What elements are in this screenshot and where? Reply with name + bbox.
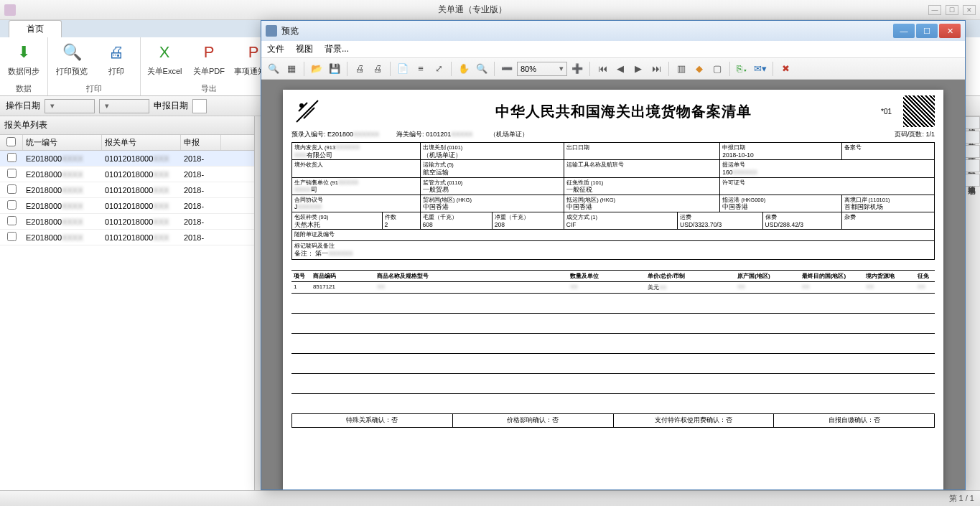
table-row[interactable]: E2018000XXXX 01012018000XXX 2018- — [0, 198, 254, 214]
op-date-from[interactable] — [45, 99, 95, 113]
ribbon-group-label: 导出 — [201, 82, 217, 95]
row-checkbox[interactable] — [7, 216, 17, 225]
search-icon[interactable]: 🔍 — [266, 61, 281, 77]
preview-titlebar: 预览 — ☐ ✕ — [261, 21, 965, 41]
email-icon[interactable]: ✉▾ — [752, 61, 768, 77]
confirm-price: 价格影响确认：否 — [453, 414, 614, 427]
app-maximize-button[interactable]: ☐ — [946, 5, 958, 15]
preview-title: 预览 — [281, 25, 892, 37]
side-tab[interactable]: 集装箱信息 — [963, 131, 980, 144]
item-col-header: 项号 — [291, 271, 311, 281]
scale-icon[interactable]: ⤢ — [431, 61, 447, 77]
table-row[interactable]: E2018000XXXX 01012018000XXX 2018- — [0, 230, 254, 245]
select-all-checkbox[interactable] — [6, 137, 16, 146]
preview-canvas[interactable]: 中华人民共和国海关出境货物备案清单 *01 预录入编号: E201800XXXX… — [261, 80, 965, 489]
table-row[interactable]: E2018000XXXX 01012018000XXX 2018- — [0, 151, 254, 167]
data-sync[interactable]: ⬇数据同步 — [4, 40, 43, 82]
side-tab[interactable]: 报关状态 — [963, 116, 980, 129]
close-preview-icon[interactable]: ✖ — [778, 61, 793, 77]
side-tabs: 报关状态集装箱信息原产地确证随附单据事项通知书 — [963, 116, 980, 187]
color-icon[interactable]: ◆ — [691, 61, 707, 77]
zoom-combo[interactable]: 80% — [517, 62, 567, 76]
declare-date-label: 申报日期 — [154, 100, 188, 112]
side-tab[interactable]: 原产地确证 — [963, 145, 980, 158]
side-tab[interactable]: 事项通知书 — [963, 174, 980, 187]
row-checkbox[interactable] — [7, 184, 17, 194]
op-date-label: 操作日期 — [6, 100, 40, 112]
export-excel[interactable]: X关单Excel — [145, 40, 184, 82]
preview-minimize-button[interactable]: — — [893, 24, 915, 38]
print-icon[interactable]: 🖨 — [352, 61, 368, 77]
item-col-header: 境内货源地 — [864, 271, 915, 281]
declare-date-input[interactable] — [192, 99, 207, 113]
item-col-header: 商品名称及规格型号 — [375, 271, 568, 281]
menu-item[interactable]: 视图 — [296, 43, 313, 55]
status-bar: 第 1 / 1 — [0, 490, 980, 506]
ribbon-group-label: 数据 — [16, 82, 32, 95]
doc-meta-row: 预录入编号: E201800XXXXXX 海关编号: 0101201XXXXX … — [291, 130, 935, 139]
item-col-header: 原产国(地区) — [735, 271, 800, 281]
table-row[interactable]: E2018000XXXX 01012018000XXX 2018- — [0, 182, 254, 198]
hand-tool-icon[interactable]: ✋ — [456, 61, 472, 77]
declaration-list-panel: 报关单列表 统一编号 报关单号 申报 E2018000XXXX 01012018… — [0, 116, 255, 490]
side-tab[interactable]: 随附单据 — [963, 159, 980, 172]
item-col-header: 商品编码 — [311, 271, 375, 281]
save-icon[interactable]: 💾 — [327, 61, 342, 77]
app-icon — [4, 4, 16, 16]
confirm-royalty: 支付特许权使用费确认：否 — [614, 414, 775, 427]
status-page: 第 1 / 1 — [949, 493, 974, 504]
tab-home[interactable]: 首页 — [9, 20, 62, 37]
app-close-button[interactable]: ✕ — [963, 5, 976, 15]
export-pdf[interactable]: P关单PDF — [190, 40, 228, 82]
col-unified-no[interactable]: 统一编号 — [23, 135, 102, 150]
preview-icon — [266, 25, 277, 37]
row-checkbox[interactable] — [7, 200, 17, 210]
first-page-icon[interactable]: ⏮ — [594, 61, 610, 77]
qr-code-icon — [903, 95, 935, 127]
grid-header: 统一编号 报关单号 申报 — [0, 135, 254, 151]
menu-item[interactable]: 文件 — [267, 43, 284, 55]
row-checkbox[interactable] — [7, 169, 17, 178]
prev-page-icon[interactable]: ◀ — [612, 61, 628, 77]
item-col-header: 数量及单位 — [568, 271, 645, 281]
op-date-to[interactable] — [99, 99, 149, 113]
zoom-in-icon[interactable]: ➕ — [569, 61, 585, 77]
thumbnails-icon[interactable]: ▦ — [284, 61, 299, 77]
quick-print-icon[interactable]: 🖨 — [370, 61, 386, 77]
customs-logo-icon — [291, 97, 323, 126]
ribbon-group-label: 打印 — [86, 82, 102, 95]
export-icon[interactable]: ⎘▾ — [734, 61, 750, 77]
last-page-icon[interactable]: ⏭ — [648, 61, 664, 77]
grid-body: E2018000XXXX 01012018000XXX 2018- E20180… — [0, 151, 254, 490]
item-col-header: 最终目的国(地区) — [800, 271, 864, 281]
confirm-special: 特殊关系确认：否 — [292, 414, 453, 427]
col-declare[interactable]: 申报 — [181, 135, 221, 150]
document-title: 中华人民共和国海关出境货物备案清单 — [330, 102, 917, 121]
next-page-icon[interactable]: ▶ — [630, 61, 646, 77]
table-row[interactable]: E2018000XXXX 01012018000XXX 2018- — [0, 167, 254, 182]
watermark-icon[interactable]: ▢ — [709, 61, 725, 77]
item-col-header: 征免 — [915, 271, 935, 281]
app-minimize-button[interactable]: — — [928, 5, 941, 15]
header-footer-icon[interactable]: ≡ — [413, 61, 429, 77]
confirm-row: 特殊关系确认：否 价格影响确认：否 支付特许权使用费确认：否 自报自缴确认：否 — [291, 414, 935, 428]
print[interactable]: 🖨打印 — [97, 40, 136, 82]
page-setup-icon[interactable]: 📄 — [395, 61, 411, 77]
row-checkbox[interactable] — [7, 232, 17, 241]
table-row[interactable]: E2018000XXXX 01012018000XXX 2018- — [0, 214, 254, 230]
preview-maximize-button[interactable]: ☐ — [916, 24, 938, 38]
preview-close-button[interactable]: ✕ — [939, 24, 961, 38]
item-col-header: 单价/总价/币制 — [645, 271, 735, 281]
zoom-out-icon[interactable]: ➖ — [499, 61, 515, 77]
multipage-icon[interactable]: ▥ — [673, 61, 689, 77]
app-title: 关单通（专业版） — [16, 4, 928, 16]
open-icon[interactable]: 📂 — [309, 61, 325, 77]
list-title: 报关单列表 — [0, 116, 254, 135]
menu-item[interactable]: 背景... — [325, 43, 349, 55]
magnifier-icon[interactable]: 🔍 — [474, 61, 490, 77]
print-preview[interactable]: 🔍打印预览 — [52, 40, 91, 82]
col-customs-no[interactable]: 报关单号 — [102, 135, 181, 150]
col-checkbox[interactable] — [0, 135, 23, 150]
document-page: 中华人民共和国海关出境货物备案清单 *01 预录入编号: E201800XXXX… — [283, 90, 943, 489]
row-checkbox[interactable] — [7, 153, 17, 162]
